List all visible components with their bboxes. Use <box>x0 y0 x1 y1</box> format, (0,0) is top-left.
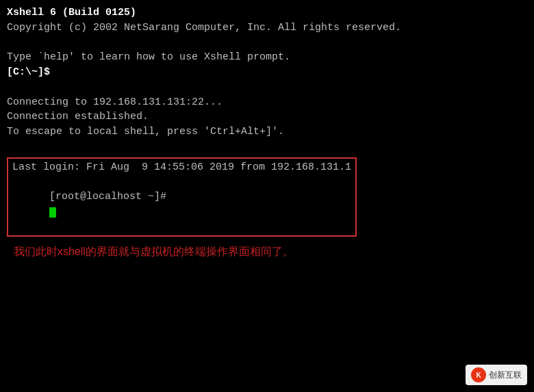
terminal-window: Xshell 6 (Build 0125) Copyright (c) 2002… <box>0 0 534 265</box>
cursor-block <box>49 207 56 218</box>
last-login-line: Last login: Fri Aug 9 14:55:06 2019 from… <box>12 160 351 175</box>
blank-3 <box>7 140 527 155</box>
blank-2 <box>7 80 527 95</box>
watermark: K 创新互联 <box>466 365 527 385</box>
local-prompt: [C:\~]$ <box>7 65 527 80</box>
escape-line: To escape to local shell, press 'Ctrl+Al… <box>7 125 527 140</box>
help-line: Type `help' to learn how to use Xshell p… <box>7 50 527 65</box>
watermark-label: 创新互联 <box>489 370 522 380</box>
watermark-logo: K <box>471 367 486 382</box>
watermark-logo-letter: K <box>476 371 481 379</box>
title-line: Xshell 6 (Build 0125) <box>7 5 527 21</box>
remote-prompt-line: [root@localhost ~]# <box>12 174 351 234</box>
copyright-line: Copyright (c) 2002 NetSarang Computer, I… <box>7 21 527 36</box>
established-line: Connection established. <box>7 109 527 125</box>
highlight-box: Last login: Fri Aug 9 14:55:06 2019 from… <box>7 157 357 237</box>
annotation-text: 我们此时xshell的界面就与虚拟机的终端操作界面相同了。 <box>7 244 527 259</box>
connecting-line: Connecting to 192.168.131.131:22... <box>7 95 527 110</box>
remote-prompt-text: [root@localhost ~]# <box>49 191 166 202</box>
blank-1 <box>7 36 527 51</box>
